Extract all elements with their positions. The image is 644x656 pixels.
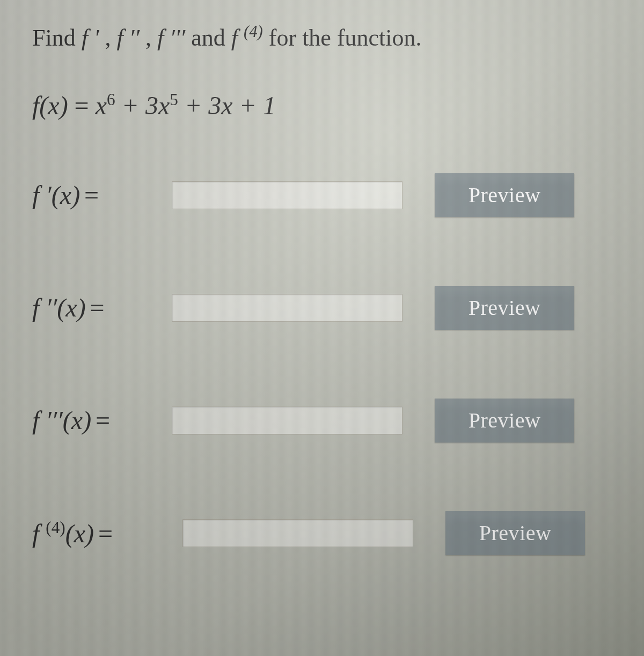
row-f-double-prime: f ′′(x)= Preview [32,286,617,329]
input-f-double-prime[interactable] [172,294,402,322]
label-f-double-prime: f ′′(x)= [32,293,172,322]
prompt-f4-sup: (4) [244,23,263,41]
label-f-prime: f ′(x)= [32,180,172,210]
preview-button-f-fourth[interactable]: Preview [445,511,585,555]
preview-button-f-prime[interactable]: Preview [435,173,574,217]
prompt-suffix: for the function. [269,25,422,51]
prompt-and: and [191,25,231,51]
preview-button-f-double-prime[interactable]: Preview [435,286,574,330]
label-f-fourth: f (4)(x)= [32,518,182,548]
prompt-f4-base: f [231,25,244,51]
prompt-sep1: , [105,25,117,51]
row-f-fourth: f (4)(x)= Preview [32,512,617,555]
answer-rows: f ′(x)= Preview f ′′(x)= Preview f ′′′(x… [32,174,617,555]
row-f-triple-prime: f ′′′(x)= Preview [32,399,617,442]
preview-button-f-triple-prime[interactable]: Preview [435,399,574,443]
func-lhs: f(x) [32,91,68,120]
prompt-f1: f ′ [82,25,99,51]
input-f-triple-prime[interactable] [172,407,402,434]
input-f-prime[interactable] [172,181,402,209]
prompt-sep2: , [145,25,157,51]
prompt-f2: f ′′ [117,25,140,51]
func-rhs: x6 + 3x5 + 3x + 1 [96,91,276,120]
input-f-fourth[interactable] [182,519,413,547]
func-eq: = [75,91,96,120]
row-f-prime: f ′(x)= Preview [32,174,617,217]
prompt-prefix: Find [32,25,82,51]
function-definition: f(x) = x6 + 3x5 + 3x + 1 [32,90,617,120]
prompt-f3: f ′′′ [157,25,185,51]
label-f-triple-prime: f ′′′(x)= [32,406,172,435]
question-prompt: Find f ′ , f ′′ , f ′′′ and f (4) for th… [32,21,617,53]
